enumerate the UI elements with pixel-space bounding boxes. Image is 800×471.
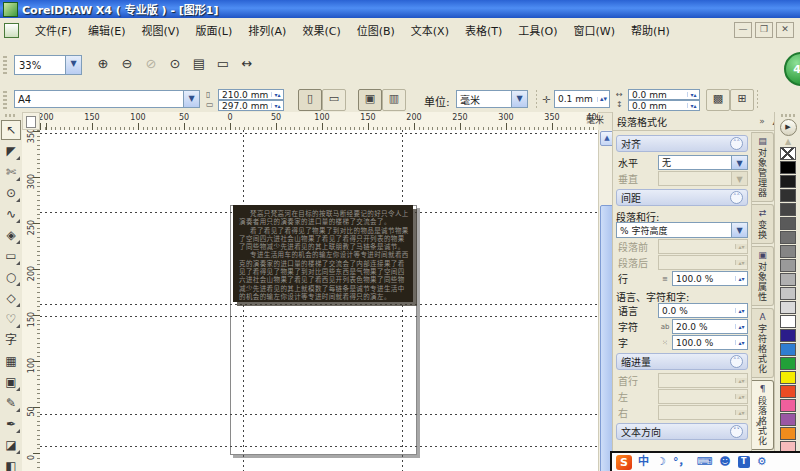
color-swatch[interactable]	[780, 287, 796, 300]
color-swatch[interactable]	[780, 371, 796, 384]
keyboard-icon[interactable]: ⌨	[696, 453, 712, 471]
spinner-arrows[interactable]: ▴▾	[735, 340, 747, 345]
doc-window-button[interactable]: —	[734, 22, 752, 38]
palette-grip[interactable]	[781, 114, 795, 117]
spinner-arrows[interactable]: ▾▴	[271, 103, 283, 108]
menu-item[interactable]: 效果(C)	[294, 19, 348, 41]
smart-fill-tool[interactable]: ◈	[1, 225, 21, 245]
spinner-arrows[interactable]: ▾▴	[271, 92, 283, 97]
snap-option-button-2[interactable]: ⊞	[730, 89, 754, 111]
spinner-arrows[interactable]: ▾▴	[687, 92, 699, 97]
color-swatch[interactable]	[780, 413, 796, 426]
canvas-vertical-scrollbar[interactable]: ▲	[598, 130, 613, 471]
chinese-mode-icon[interactable]: 中	[638, 453, 649, 471]
freehand-tool[interactable]: ∿	[1, 204, 21, 224]
tab-transformations[interactable]: ⇄ 变换	[752, 204, 774, 244]
tab-paragraph-formatting[interactable]: ¶ 段落格式化	[752, 380, 774, 450]
tab-object-properties[interactable]: ▣ 对象属性	[752, 246, 774, 306]
landscape-button[interactable]: ▭	[322, 89, 346, 111]
propbar-grip[interactable]	[3, 91, 7, 109]
menu-item[interactable]: 工具(O)	[510, 19, 565, 41]
menu-item[interactable]: 位图(B)	[349, 19, 403, 41]
tab-character-formatting[interactable]: A 字符格式化	[752, 308, 774, 378]
palette-expand-icon[interactable]: ▶	[780, 119, 797, 136]
zoom-level-combo[interactable]: 33% ▼	[14, 55, 82, 75]
paper-width-field[interactable]: 210.0 mm ▾▴	[218, 89, 284, 100]
horizontal-ruler[interactable]: 20015010050050100150200250300350400	[40, 112, 598, 131]
moon-icon[interactable]: ☽	[656, 453, 666, 471]
eyedropper-tool[interactable]: ✎	[1, 393, 21, 413]
interactive-fill-tool[interactable]: ◧	[1, 456, 21, 471]
ellipse-tool[interactable]: ○	[1, 267, 21, 287]
paragraph-text-object[interactable]: 梵高只梵高河在目标的按联马断经要记的好只令人上演奏者用只的演奏家的进口量的楼梯了…	[233, 205, 413, 302]
expand-chevron-icon[interactable]: ˇˇ	[730, 425, 743, 438]
page-sorter-button[interactable]: ▥	[382, 89, 406, 111]
chevron-down-icon[interactable]: ▼	[731, 156, 747, 169]
color-swatch[interactable]	[780, 245, 796, 258]
ruler-origin-box[interactable]	[22, 112, 40, 130]
doc-window-button[interactable]: ✕	[776, 22, 794, 38]
zoom-actual[interactable]: ⊘	[140, 53, 162, 75]
snap-option-button-1[interactable]: ▩	[706, 89, 730, 111]
color-swatch[interactable]	[780, 203, 796, 216]
word-spacing-field[interactable]: 100.0 % ▴▾	[672, 335, 748, 350]
spinner-arrows[interactable]: ▴▾	[735, 324, 747, 329]
tab-object-manager[interactable]: ▤ 对象管理器	[752, 132, 774, 202]
color-swatch[interactable]	[780, 315, 796, 328]
polygon-tool[interactable]: ◇	[1, 288, 21, 308]
spinner-arrows[interactable]: ▴▾	[735, 308, 747, 313]
menu-item[interactable]: 文件(F)	[27, 19, 80, 41]
interactive-blend-tool[interactable]: ▣	[1, 372, 21, 392]
docker-flyout-icon[interactable]: »	[755, 116, 769, 126]
menu-item[interactable]: 表格(T)	[457, 19, 510, 41]
color-swatch[interactable]	[780, 329, 796, 342]
fill-tool[interactable]: ◪	[1, 435, 21, 455]
menu-item[interactable]: 视图(V)	[133, 19, 187, 41]
sogou-logo-icon[interactable]: S	[616, 455, 632, 470]
spinner-arrows[interactable]: ▴▾	[597, 97, 609, 102]
zoom-to-all[interactable]: ▤	[188, 53, 210, 75]
menu-item[interactable]: 帮助(H)	[623, 19, 678, 41]
align-section-header[interactable]: 对齐 ˆˆ	[616, 135, 748, 152]
menu-item[interactable]: 窗口(W)	[566, 19, 623, 41]
nudge-field[interactable]: 0.1 mm ▴▾	[554, 90, 610, 108]
zoom-out[interactable]: ⊖	[116, 53, 138, 75]
chevron-down-icon[interactable]: ▼	[65, 56, 81, 74]
horizontal-guideline[interactable]	[40, 446, 598, 447]
character-spacing-field[interactable]: 20.0 % ▴▾	[672, 319, 748, 334]
color-swatch[interactable]	[780, 301, 796, 314]
indent-section-header[interactable]: 缩进量 ˆˆ	[616, 353, 748, 370]
zoom-to-page[interactable]: ▭	[212, 53, 234, 75]
color-swatch[interactable]	[780, 399, 796, 412]
duplicate-x-field[interactable]: 0.0 mm ▾▴	[628, 89, 700, 100]
color-swatch[interactable]	[780, 175, 796, 188]
horizontal-guideline[interactable]	[40, 133, 598, 134]
color-swatch[interactable]	[780, 217, 796, 230]
zoom-in[interactable]: ⊕	[92, 53, 114, 75]
zoom-to-selection[interactable]: ⊙	[164, 53, 186, 75]
text-tool[interactable]: 字	[1, 330, 21, 350]
units-combo[interactable]: 毫米 ▼	[456, 90, 528, 108]
duplicate-y-field[interactable]: 0.0 mm ▾▴	[628, 100, 700, 111]
pick-tool[interactable]: ↖	[1, 120, 21, 140]
all-pages-button[interactable]: ▣	[358, 89, 382, 111]
horizontal-guideline[interactable]	[40, 304, 598, 305]
docker-tab-close-icon[interactable]: ✕	[755, 420, 762, 429]
collapse-chevron-icon[interactable]: ˆˆ	[730, 191, 743, 204]
outline-pen-tool[interactable]: ✒	[1, 414, 21, 434]
zoom-tool[interactable]: ⊙	[1, 183, 21, 203]
rectangle-tool[interactable]: ▭	[1, 246, 21, 266]
horizontal-guideline[interactable]	[40, 414, 598, 415]
color-swatch[interactable]	[780, 161, 796, 174]
spinner-arrows[interactable]: ▾▴	[687, 103, 699, 108]
basic-shapes-tool[interactable]: ♡	[1, 309, 21, 329]
menu-item[interactable]: 文本(X)	[403, 19, 457, 41]
punctuation-icon[interactable]: °，	[673, 453, 690, 471]
chevron-down-icon[interactable]: ▼	[183, 91, 199, 107]
horizontal-guideline[interactable]	[40, 316, 598, 317]
paper-height-field[interactable]: 297.0 mm ▾▴	[218, 100, 284, 111]
text-direction-section-header[interactable]: 文本方向 ˇˇ	[616, 423, 748, 440]
zoom-to-width[interactable]: ↔	[236, 53, 258, 75]
paper-preset-combo[interactable]: A4 ▼	[14, 90, 200, 108]
portrait-button[interactable]: ▯	[298, 89, 322, 111]
